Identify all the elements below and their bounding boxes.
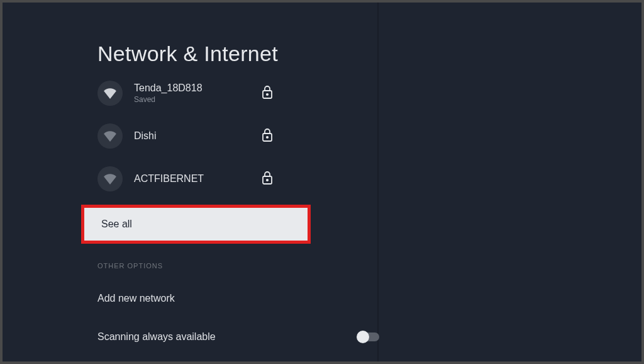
- settings-screen: Network & Internet Tenda_18D818 Saved Di…: [3, 3, 641, 361]
- wifi-network-text: Tenda_18D818 Saved: [134, 82, 262, 105]
- wifi-network-row[interactable]: ACTFIBERNET: [97, 164, 364, 193]
- toggle-knob: [357, 331, 369, 343]
- see-all-label: See all: [101, 219, 132, 230]
- scanning-toggle[interactable]: [358, 333, 379, 341]
- wifi-network-name: Tenda_18D818: [134, 82, 262, 94]
- network-panel: Network & Internet Tenda_18D818 Saved Di…: [3, 3, 383, 361]
- wifi-network-name: Dishi: [134, 130, 262, 142]
- wifi-network-text: ACTFIBERNET: [134, 173, 262, 185]
- lock-icon: [262, 128, 273, 144]
- wifi-network-row[interactable]: Dishi: [97, 122, 364, 151]
- other-options-header: OTHER OPTIONS: [97, 262, 163, 270]
- svg-point-3: [267, 137, 268, 138]
- page-title: Network & Internet: [97, 42, 278, 66]
- wifi-network-text: Dishi: [134, 130, 262, 142]
- scanning-row[interactable]: Scanning always available: [97, 327, 364, 346]
- lock-icon: [262, 171, 273, 187]
- wifi-network-row[interactable]: Tenda_18D818 Saved: [97, 79, 364, 108]
- wifi-icon: [97, 166, 123, 191]
- add-network-label: Add new network: [97, 293, 175, 304]
- wifi-icon: [97, 123, 123, 149]
- wifi-network-name: ACTFIBERNET: [134, 173, 262, 185]
- wifi-network-status: Saved: [134, 95, 262, 105]
- wifi-icon: [97, 81, 123, 106]
- scanning-label: Scanning always available: [97, 331, 216, 343]
- see-all-button[interactable]: See all: [81, 205, 311, 244]
- lock-icon: [262, 85, 273, 101]
- svg-point-5: [267, 179, 268, 181]
- add-network-row[interactable]: Add new network: [97, 289, 364, 308]
- svg-point-1: [267, 94, 268, 95]
